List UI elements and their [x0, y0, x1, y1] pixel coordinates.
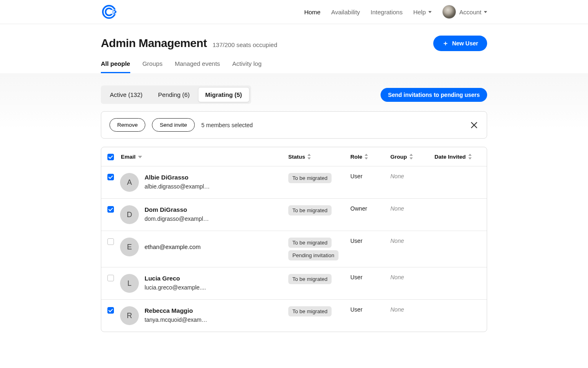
col-email[interactable]: Email [121, 154, 288, 160]
nav-links: Home Availability Integrations Help Acco… [304, 5, 487, 19]
segment-migrating[interactable]: Migrating (5) [198, 87, 249, 102]
seats-text: 137/200 seats occupied [213, 41, 277, 48]
tab-activity-log[interactable]: Activity log [232, 60, 262, 73]
col-status[interactable]: Status [288, 154, 350, 160]
group-cell: None [390, 274, 434, 280]
role-cell: User [350, 238, 390, 244]
status-badge: To be migrated [288, 274, 332, 284]
tab-groups[interactable]: Groups [143, 60, 163, 73]
send-invite-button[interactable]: Send invite [152, 118, 195, 132]
row-checkbox[interactable] [107, 174, 114, 180]
status-cell: To be migrated [288, 306, 350, 316]
col-group-label: Group [390, 154, 407, 160]
row-checkbox[interactable] [107, 275, 114, 281]
send-pending-invites-button[interactable]: Send invitations to pending users [381, 88, 487, 102]
person-name: Lucia Greco [145, 274, 206, 283]
status-cell: To be migratedPending invitation [288, 238, 350, 260]
nav-integrations[interactable]: Integrations [371, 9, 403, 16]
col-role[interactable]: Role [350, 154, 390, 160]
avatar-initial: R [120, 306, 139, 325]
role-cell: User [350, 274, 390, 280]
plus-icon: ＋ [442, 40, 449, 47]
avatar-initial: E [120, 238, 139, 256]
users-table: Email Status Role Group Date Invited [101, 147, 487, 332]
new-user-button[interactable]: ＋ New User [433, 36, 487, 51]
sort-icon [468, 154, 472, 159]
page-title: Admin Management [101, 37, 207, 49]
page-header: Admin Management 137/200 seats occupied … [101, 24, 487, 51]
role-cell: Owner [350, 205, 390, 212]
person-email: albie.digrasso@example.com [145, 183, 210, 190]
nav-account[interactable]: Account [442, 5, 487, 19]
topnav: Home Availability Integrations Help Acco… [0, 0, 588, 24]
chevron-down-icon [428, 11, 432, 13]
tab-managed-events[interactable]: Managed events [175, 60, 220, 73]
select-all-checkbox[interactable] [107, 154, 114, 160]
sort-icon [410, 154, 414, 159]
selection-bar: Remove Send invite 5 members selected [101, 111, 487, 139]
row-checkbox[interactable] [107, 238, 114, 245]
status-cell: To be migrated [288, 274, 350, 284]
app-logo[interactable] [101, 4, 117, 20]
person-name: Rebecca Maggio [145, 306, 210, 315]
nav-help-label: Help [413, 9, 426, 16]
table-row: LLucia Grecolucia.greco@example....To be… [101, 267, 487, 300]
status-badge: To be migrated [288, 173, 332, 183]
role-cell: User [350, 173, 390, 180]
avatar-initial: D [120, 205, 139, 224]
chevron-down-icon [484, 11, 487, 13]
person-email: ethan@example.com [145, 238, 200, 256]
col-date-invited[interactable]: Date Invited [434, 154, 487, 160]
table-header: Email Status Role Group Date Invited [101, 147, 487, 166]
row-checkbox[interactable] [107, 307, 114, 314]
avatar-initial: L [120, 274, 139, 293]
status-cell: To be migrated [288, 205, 350, 215]
avatar-initial: A [120, 173, 139, 192]
status-segmented-control: Active (132) Pending (6) Migrating (5) [101, 85, 251, 104]
col-date-invited-label: Date Invited [434, 154, 466, 160]
person-name: Dom DiGrasso [145, 205, 210, 214]
status-badge: Pending invitation [288, 250, 339, 260]
table-row: AAlbie DiGrassoalbie.digrasso@example.co… [101, 166, 487, 199]
selection-count-text: 5 members selected [201, 122, 253, 128]
group-cell: None [390, 205, 434, 212]
close-icon[interactable] [470, 121, 479, 130]
nav-home[interactable]: Home [304, 9, 321, 16]
row-checkbox[interactable] [107, 206, 114, 213]
tab-all-people[interactable]: All people [101, 60, 130, 73]
status-badge: To be migrated [288, 306, 332, 316]
sort-desc-icon [138, 155, 143, 159]
person-email: lucia.greco@example.... [145, 284, 206, 291]
sort-icon [307, 154, 312, 159]
segment-pending[interactable]: Pending (6) [151, 87, 197, 102]
group-cell: None [390, 306, 434, 313]
table-row: Eethan@example.comTo be migratedPending … [101, 231, 487, 267]
avatar [442, 5, 456, 19]
person-email: dom.digrasso@example.com [145, 215, 210, 222]
filter-row: Active (132) Pending (6) Migrating (5) S… [101, 85, 487, 104]
nav-availability[interactable]: Availability [331, 9, 360, 16]
remove-button[interactable]: Remove [109, 118, 145, 132]
group-cell: None [390, 173, 434, 180]
sort-icon [365, 154, 369, 159]
new-user-label: New User [452, 40, 478, 47]
col-email-label: Email [121, 154, 136, 160]
page-tabs: All people Groups Managed events Activit… [101, 60, 487, 73]
segment-active[interactable]: Active (132) [102, 87, 150, 102]
col-group[interactable]: Group [390, 154, 434, 160]
table-row: RRebecca Maggiotanya.mcquoid@example....… [101, 300, 487, 332]
person-name: Albie DiGrasso [145, 173, 210, 182]
col-role-label: Role [350, 154, 362, 160]
col-status-label: Status [288, 154, 305, 160]
nav-help[interactable]: Help [413, 9, 432, 16]
status-badge: To be migrated [288, 238, 332, 248]
status-badge: To be migrated [288, 205, 332, 215]
group-cell: None [390, 238, 434, 244]
role-cell: User [350, 306, 390, 313]
status-cell: To be migrated [288, 173, 350, 183]
table-row: DDom DiGrassodom.digrasso@example.comTo … [101, 199, 487, 231]
nav-account-label: Account [459, 9, 481, 16]
person-email: tanya.mcquoid@example.... [145, 316, 210, 323]
